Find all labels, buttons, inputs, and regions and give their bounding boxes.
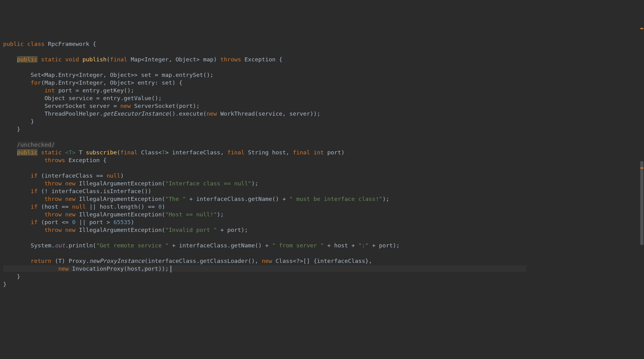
- code-line: if (host == null || host.length() == 0): [3, 203, 165, 210]
- code-line: /unchecked/: [3, 141, 55, 148]
- code-line: throw new IllegalArgumentException("Inte…: [3, 180, 258, 187]
- code-line: ServerSocket server = new ServerSocket(p…: [3, 103, 200, 109]
- scrollbar-mark: [640, 167, 643, 169]
- code-line: if (port <= 0 || port > 65535): [3, 219, 134, 225]
- code-line: public class RpcFramework {: [3, 41, 96, 47]
- code-line: throws Exception {: [3, 157, 107, 163]
- text-caret: [171, 266, 171, 273]
- code-line: }: [3, 281, 7, 287]
- code-line: if (! interfaceClass.isInterface()): [3, 188, 151, 194]
- code-line: System.out.println("Get remote service "…: [3, 242, 400, 249]
- code-line: }: [3, 126, 20, 132]
- code-line: }: [3, 273, 20, 280]
- code-line: ThreadPoolHelper.getExecutorInstance().e…: [3, 110, 320, 117]
- code-line: return (T) Proxy.newProxyInstance(interf…: [3, 258, 372, 264]
- code-line: public static <T> T subscribe(final Clas…: [3, 149, 345, 156]
- code-line: throw new IllegalArgumentException("The …: [3, 196, 389, 202]
- code-line: int port = entry.getKey();: [3, 87, 134, 94]
- code-line: throw new IllegalArgumentException("Inva…: [3, 227, 248, 233]
- code-editor[interactable]: public class RpcFramework { public stati…: [0, 31, 644, 288]
- code-line: }: [3, 118, 34, 125]
- code-line: if (interfaceClass == null): [3, 172, 124, 179]
- vertical-scrollbar[interactable]: [640, 0, 644, 359]
- scrollbar-mark: [640, 28, 643, 29]
- code-line: Object service = entry.getValue();: [3, 95, 162, 101]
- code-line: throw new IllegalArgumentException("Host…: [3, 211, 224, 218]
- code-line: public static void publish(final Map<Int…: [3, 56, 282, 63]
- code-line-caret: new InvocationProxy(host,port));: [3, 265, 526, 272]
- scrollbar-thumb[interactable]: [640, 161, 643, 245]
- code-line: for(Map.Entry<Integer, Object> entry: se…: [3, 79, 182, 86]
- code-line: Set<Map.Entry<Integer, Object>> set = ma…: [3, 72, 213, 78]
